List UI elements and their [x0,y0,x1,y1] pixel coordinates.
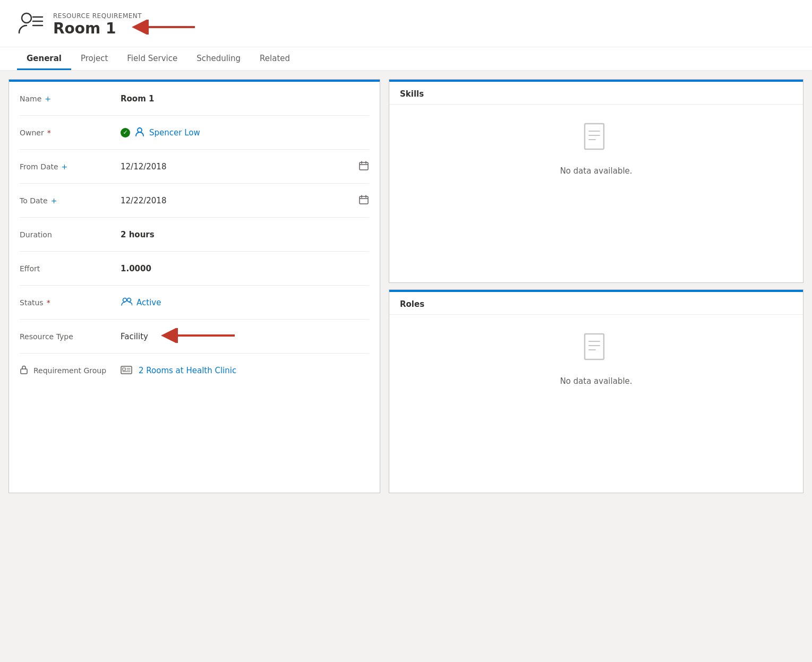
field-owner-value: Spencer Low [121,126,369,139]
form-fields: Name+ Room 1 Owner* Spenc [9,82,380,388]
requirement-group-text[interactable]: 2 Rooms at Health Clinic [139,366,369,375]
field-status-row: Status* Active [20,286,369,320]
field-name-value[interactable]: Room 1 [121,94,369,104]
skills-section-header: Skills [389,82,803,105]
svg-rect-21 [123,368,125,371]
field-status-value: Active [121,296,369,309]
svg-point-6 [138,128,142,132]
tab-general[interactable]: General [17,47,71,70]
owner-required-indicator: * [47,128,51,137]
status-group-icon [121,296,132,309]
from-date-text[interactable]: 12/12/2018 [121,162,166,171]
svg-rect-19 [21,369,27,374]
tab-scheduling[interactable]: Scheduling [187,47,250,70]
to-date-required-indicator: + [51,196,57,205]
field-to-date-label: To Date+ [20,196,121,205]
skills-section-body: No data available. [389,105,803,193]
svg-rect-7 [360,162,368,170]
from-date-calendar-icon[interactable] [358,160,369,173]
field-effort-label: Effort [20,264,121,273]
page-title: Room 1 [53,20,116,37]
roles-no-data-text: No data available. [560,376,632,386]
tab-related[interactable]: Related [250,47,300,70]
roles-title: Roles [400,299,424,309]
tab-project[interactable]: Project [71,47,117,70]
tab-field-service[interactable]: Field Service [117,47,187,70]
resource-type-text[interactable]: Facility [121,332,148,341]
resource-type-arrow-annotation [158,328,237,345]
field-requirement-group-row: Requirement Group 2 Rooms at Health Clin… [20,354,369,388]
name-required-indicator: + [45,94,51,103]
roles-section: Roles No data available. [389,289,804,493]
owner-name[interactable]: Spencer Low [149,128,369,137]
field-duration-value[interactable]: 2 hours [121,230,369,239]
svg-point-15 [123,298,127,302]
roles-section-body: No data available. [389,315,803,403]
owner-status-dot [121,128,130,137]
skills-no-data-icon [582,122,611,160]
to-date-calendar-icon[interactable] [358,194,369,207]
svg-rect-11 [360,196,368,204]
requirement-group-icon [121,365,132,376]
svg-rect-25 [585,124,604,149]
field-status-label: Status* [20,298,121,307]
field-to-date-row: To Date+ 12/22/2018 [20,184,369,218]
header-subtitle: RESOURCE REQUIREMENT [53,12,198,20]
from-date-required-indicator: + [62,162,68,171]
resource-requirement-icon [17,10,44,39]
field-resource-type-label: Resource Type [20,332,121,341]
field-effort-row: Effort 1.0000 [20,252,369,286]
lock-icon [20,365,28,376]
svg-point-16 [127,298,131,302]
field-to-date-value: 12/22/2018 [121,194,369,207]
svg-rect-29 [585,334,604,359]
title-arrow-annotation [129,20,198,37]
right-panel: Skills No data available. Roles [389,79,804,493]
field-name-row: Name+ Room 1 [20,82,369,116]
field-from-date-row: From Date+ 12/12/2018 [20,150,369,184]
left-panel: Name+ Room 1 Owner* Spenc [8,79,380,493]
field-effort-value[interactable]: 1.0000 [121,264,369,273]
field-requirement-group-label: Requirement Group [20,365,121,376]
field-from-date-label: From Date+ [20,162,121,171]
svg-point-0 [22,13,31,23]
field-resource-type-value: Facility [121,328,369,345]
field-owner-row: Owner* Spencer Low [20,116,369,150]
status-value-text[interactable]: Active [136,298,369,307]
skills-title: Skills [400,89,424,99]
field-duration-row: Duration 2 hours [20,218,369,252]
owner-person-icon [134,126,145,139]
content-area: Name+ Room 1 Owner* Spenc [0,71,812,502]
field-from-date-value: 12/12/2018 [121,160,369,173]
field-owner-label: Owner* [20,128,121,137]
skills-section: Skills No data available. [389,79,804,283]
field-duration-label: Duration [20,230,121,239]
page-header: RESOURCE REQUIREMENT Room 1 [0,0,812,47]
field-name-label: Name+ [20,94,121,103]
roles-section-header: Roles [389,292,803,315]
field-resource-type-row: Resource Type Facility [20,320,369,354]
tabs-bar: General Project Field Service Scheduling… [0,47,812,71]
to-date-text[interactable]: 12/22/2018 [121,196,166,205]
roles-no-data-icon [582,332,611,370]
header-title-row: Room 1 [53,20,198,37]
header-text: RESOURCE REQUIREMENT Room 1 [53,12,198,37]
status-required-indicator: * [47,298,50,307]
skills-no-data-text: No data available. [560,166,632,176]
field-requirement-group-value: 2 Rooms at Health Clinic [121,365,369,376]
